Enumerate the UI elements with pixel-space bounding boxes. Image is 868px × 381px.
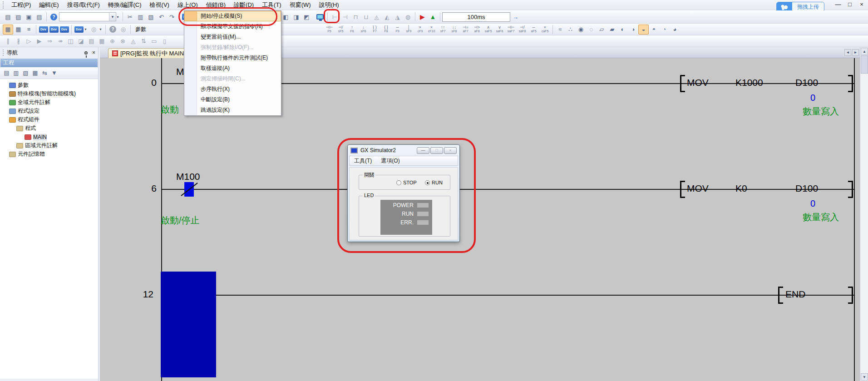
toolbar-icon[interactable]: ⊓ — [350, 12, 361, 22]
find-icon[interactable]: ◎ — [118, 25, 128, 35]
run-radio[interactable]: RUN — [425, 180, 443, 185]
debug-menu-item[interactable]: 取樣追蹤(A) — [184, 63, 281, 74]
toolbar-icon[interactable]: ⇒ — [44, 36, 55, 46]
program-check-icon[interactable]: ▲ — [428, 12, 438, 22]
start-stop-simulation-icon[interactable] — [315, 12, 326, 22]
chevron-down-icon[interactable]: ▼ — [84, 28, 89, 31]
toolbar-icon[interactable]: ≈ — [555, 25, 565, 35]
toolbar-icon[interactable]: ▰ — [607, 25, 617, 35]
tree-item[interactable]: 區域元件註解 — [0, 141, 98, 150]
toolbar-icon[interactable]: ◬ — [128, 36, 138, 46]
minimize-icon[interactable]: — — [834, 1, 842, 8]
dialog-menu-tools[interactable]: 工具(T) — [350, 157, 376, 165]
toolbar-icon[interactable]: ◉ — [576, 25, 586, 35]
toolbar-icon[interactable]: ∴ — [565, 25, 576, 35]
menu-item[interactable]: 偵錯(B) — [202, 0, 230, 10]
toolbar-icon[interactable]: ◮ — [392, 12, 403, 22]
vertical-scrollbar[interactable]: ▲ ▼ — [860, 47, 868, 381]
debug-menu-item[interactable]: 顯示模擬不支援的指令(N) — [184, 21, 281, 32]
toolbar-icon[interactable]: ◪ — [76, 36, 86, 46]
device-reference-icon[interactable]: Dev — [49, 25, 59, 35]
toolbar-icon[interactable]: ↠ — [55, 36, 65, 46]
toolbar-icon[interactable]: ⊗ — [118, 36, 128, 46]
restore-icon[interactable]: □ — [846, 1, 853, 8]
toolbar-icon[interactable]: ◍ — [403, 12, 413, 22]
toolbar-icon[interactable]: ▦ — [3, 25, 13, 35]
toolbar-icon[interactable]: ▶ — [34, 36, 44, 46]
toolbar-icon[interactable]: ◫ — [65, 36, 76, 46]
project-tool-icon[interactable]: ▥ — [11, 68, 21, 78]
toolbar-icon[interactable]: ◑ — [628, 25, 638, 35]
transfer-setup-icon[interactable]: → — [510, 12, 521, 22]
scan-time-field[interactable] — [442, 12, 510, 22]
menu-item[interactable]: 轉換/編譯(C) — [104, 0, 146, 10]
scrollbar-thumb[interactable] — [861, 55, 868, 74]
tree-item[interactable]: 元件記憶體 — [0, 150, 98, 158]
toolbar-icon[interactable]: ▥ — [135, 12, 146, 22]
ladder-symbol-button[interactable]: ⊣>aF8 — [471, 24, 483, 35]
toolbar-icon[interactable]: ◌ — [586, 25, 597, 35]
menu-item[interactable]: 工具(T) — [258, 0, 286, 10]
ladder-symbol-button[interactable]: ⊣/sF5 — [335, 24, 346, 35]
toolbar-icon[interactable]: ▯ — [159, 36, 170, 46]
toolbar-icon[interactable]: ◒ — [638, 25, 649, 35]
tree-item[interactable]: 特殊模塊(智能功能模塊) — [0, 89, 98, 98]
tree-item[interactable]: 全域元件註解 — [0, 98, 98, 107]
ladder-symbol-button[interactable]: ∧saF5 — [483, 24, 494, 35]
project-tool-icon[interactable]: ▼ — [49, 68, 59, 78]
project-tool-icon[interactable]: ▦ — [30, 68, 40, 78]
menu-item[interactable]: 視窗(W) — [286, 0, 315, 10]
toolbar-icon[interactable]: ≡ — [24, 25, 34, 35]
tree-item[interactable]: 參數 — [0, 81, 98, 89]
scroll-up-icon[interactable]: ▲ — [861, 48, 868, 55]
toolbar-icon[interactable]: ◐ — [617, 25, 628, 35]
toolbar-icon[interactable]: ▱ — [597, 25, 607, 35]
debug-menu-item[interactable]: 跳過設定(K) — [184, 105, 281, 115]
tree-item[interactable]: 程式 — [0, 124, 98, 133]
data-combobox[interactable]: ▼ — [59, 12, 116, 21]
debug-menu-item[interactable]: 附帶執行條件的元件測試(E) — [184, 53, 281, 63]
close-icon[interactable]: × — [858, 1, 865, 8]
project-tab[interactable]: 工程 — [0, 59, 98, 67]
execute-icon[interactable]: ▶ — [417, 12, 428, 22]
menu-item[interactable]: 線上(O) — [173, 0, 202, 10]
menu-item[interactable]: 說明(H) — [315, 0, 343, 10]
device-comment-find-icon[interactable]: Dev — [38, 25, 49, 35]
ladder-symbol-button[interactable]: ↓↓sF8 — [449, 24, 460, 35]
toolbar-icon[interactable]: ▧ — [146, 12, 156, 22]
ladder-symbol-button[interactable]: ─F9 — [392, 24, 403, 35]
debug-menu-item[interactable]: 變更當前值(M)... — [184, 32, 281, 42]
tree-item[interactable]: 程式設定 — [0, 107, 98, 115]
debug-menu-item[interactable]: 開始/停止模擬(S) — [184, 11, 281, 21]
ladder-symbol-button[interactable]: ×cF10 — [426, 24, 437, 35]
toolbar-icon[interactable]: ◓ — [649, 25, 659, 35]
panel-close-icon[interactable]: × — [92, 49, 95, 56]
device-search-icon[interactable]: ◎ — [89, 25, 99, 35]
toolbar-icon[interactable]: ◕ — [670, 25, 680, 35]
menu-item[interactable]: 檢視(V) — [146, 0, 173, 10]
toolbar-icon[interactable]: ▤ — [86, 36, 97, 46]
ladder-symbol-button[interactable]: ⊣⊢saF7 — [505, 24, 517, 35]
toolbar-icon[interactable]: ∥ — [3, 36, 13, 46]
ladder-symbol-button[interactable]: ×cF9 — [414, 24, 426, 35]
toolbar-icon[interactable]: ∦ — [13, 36, 24, 46]
ladder-symbol-button[interactable]: ⊣/saF8 — [517, 24, 528, 35]
toolbar-icon[interactable]: ▭ — [149, 36, 159, 46]
editor-tab-main[interactable]: [PRG]監視 執行中 MAIN — [108, 48, 191, 58]
ladder-symbol-button[interactable]: ( )F7 — [369, 24, 380, 35]
debug-menu-item[interactable]: 強制登錄/解除I/O(F)... — [184, 42, 281, 53]
tab-scroll-right-icon[interactable]: ► — [852, 49, 859, 56]
ladder-symbol-button[interactable]: ↑↑sF7 — [437, 24, 449, 35]
toolbar-icon[interactable]: ▦ — [97, 36, 107, 46]
device-use-list-icon[interactable]: Dev — [59, 25, 69, 35]
toolbar-icon[interactable]: ▨ — [13, 12, 24, 22]
selection-cursor[interactable] — [161, 272, 216, 377]
chevron-down-icon[interactable]: ▼ — [99, 28, 104, 31]
toolbar-icon[interactable]: ◬ — [371, 12, 382, 22]
toolbar-icon[interactable]: ⊕ — [107, 36, 118, 46]
ladder-symbol-button[interactable]: ⊣⊢F5 — [324, 24, 335, 35]
toolbar-icon[interactable]: ⇅ — [138, 36, 149, 46]
debug-menu-item[interactable]: 步序執行(X) — [184, 84, 281, 94]
toolbar-icon[interactable]: ▤ — [34, 12, 44, 22]
project-tool-icon[interactable]: ⇆ — [40, 68, 49, 78]
